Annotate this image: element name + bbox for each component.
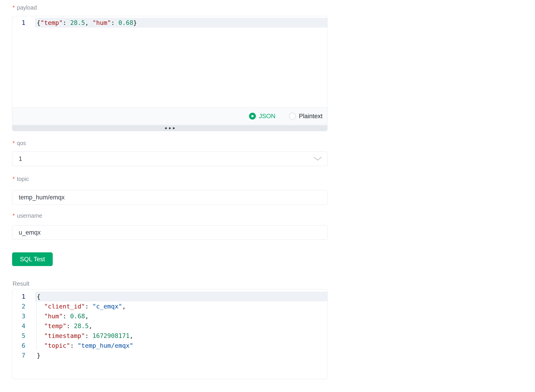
code-token-num: 28.5 (70, 19, 85, 26)
code-token-num: 28.5 (74, 322, 89, 330)
code-line-row: 2 "client_id": "c_emqx", (12, 301, 327, 311)
line-number: 4 (12, 321, 35, 331)
radio-unselected-icon[interactable] (289, 113, 296, 120)
code-token-punc: : (63, 19, 70, 26)
qos-label-text: qos (17, 140, 26, 146)
code-token-key: "temp" (44, 322, 67, 330)
resize-dot-icon (165, 127, 167, 129)
username-field-label: *username (13, 212, 42, 219)
required-asterisk: * (13, 140, 15, 146)
code-token-punc: , (89, 322, 92, 330)
code-line-row: 1{"temp": 28.5, "hum": 0.68} (12, 18, 327, 28)
code-token-punc (37, 332, 44, 339)
line-number: 1 (12, 18, 35, 28)
payload-format-toolbar: JSON Plaintext (12, 107, 327, 125)
code-line: {"temp": 28.5, "hum": 0.68} (35, 18, 327, 28)
code-line: "hum": 0.68, (35, 311, 327, 321)
sql-test-button[interactable]: SQL Test (12, 252, 53, 266)
code-token-punc (37, 303, 44, 310)
result-code-viewer[interactable]: 1{2 "client_id": "c_emqx",3 "hum": 0.68,… (12, 289, 328, 379)
code-line: } (35, 350, 327, 360)
code-token-punc (37, 322, 44, 330)
code-token-num: 0.68 (70, 313, 85, 320)
code-token-punc: : (85, 303, 92, 310)
code-token-punc: : (63, 313, 70, 320)
code-token-punc: , (122, 303, 126, 310)
code-token-key: "client_id" (44, 303, 85, 310)
username-label-text: username (17, 212, 42, 219)
line-number: 1 (12, 292, 35, 301)
required-asterisk: * (13, 176, 15, 182)
code-line: "topic": "temp_hum/emqx" (35, 341, 327, 350)
line-number: 3 (12, 311, 35, 321)
required-asterisk: * (13, 4, 15, 11)
code-token-key: "topic" (44, 342, 70, 349)
username-input[interactable] (12, 225, 328, 240)
code-token-punc: : (66, 322, 74, 330)
format-radio-json-label[interactable]: JSON (259, 113, 275, 120)
line-number: 2 (12, 301, 35, 311)
code-line: "timestamp": 1672908171, (35, 331, 327, 341)
code-token-punc: , (129, 332, 133, 339)
line-number: 7 (12, 350, 35, 360)
code-token-str: "temp_hum/emqx" (78, 342, 133, 349)
result-viewer-lines: 1{2 "client_id": "c_emqx",3 "hum": 0.68,… (12, 292, 327, 360)
code-token-num: 0.68 (118, 19, 133, 26)
code-line: "temp": 28.5, (35, 321, 327, 331)
code-line-row: 5 "timestamp": 1672908171, (12, 331, 327, 341)
qos-select[interactable]: 1 (12, 151, 328, 166)
code-line-row: 4 "temp": 28.5, (12, 321, 327, 331)
editor-resize-handle[interactable] (12, 125, 328, 131)
qos-field-label: *qos (13, 140, 26, 146)
format-radio-plaintext[interactable]: Plaintext (289, 113, 323, 120)
code-token-punc: } (133, 19, 137, 26)
line-number: 5 (12, 331, 35, 341)
required-asterisk: * (13, 212, 15, 219)
code-token-key: "hum" (44, 313, 63, 320)
code-token-key: "temp" (40, 19, 63, 26)
code-token-punc (37, 313, 44, 320)
resize-dot-icon (169, 127, 171, 129)
code-line-row: 6 "topic": "temp_hum/emqx" (12, 341, 327, 350)
topic-input[interactable] (12, 190, 328, 205)
code-line-row: 1{ (12, 292, 327, 301)
chevron-down-icon (314, 157, 322, 161)
code-token-punc (37, 342, 44, 349)
topic-label-text: topic (17, 176, 29, 182)
result-section-label: Result (13, 280, 29, 287)
format-radio-json[interactable]: JSON (249, 113, 275, 120)
payload-field-label: *payload (13, 4, 37, 11)
code-token-punc: { (37, 19, 40, 26)
code-token-punc: : (85, 332, 92, 339)
payload-label-text: payload (17, 4, 37, 11)
code-token-punc: { (37, 293, 40, 300)
payload-code-editor[interactable]: 1{"temp": 28.5, "hum": 0.68} JSON Plaint… (12, 16, 328, 125)
format-radio-plaintext-label[interactable]: Plaintext (299, 113, 323, 120)
code-token-key: "timestamp" (44, 332, 85, 339)
line-number: 6 (12, 341, 35, 350)
code-line-row: 7} (12, 350, 327, 360)
code-token-punc: , (85, 19, 92, 26)
code-token-punc: , (85, 313, 89, 320)
topic-field-label: *topic (13, 175, 29, 182)
code-token-punc: : (70, 342, 78, 349)
code-token-key: "hum" (92, 19, 111, 26)
code-token-punc: : (111, 19, 118, 26)
code-line-row: 3 "hum": 0.68, (12, 311, 327, 321)
code-token-num: 1672908171 (92, 332, 130, 339)
code-token-str: "c_emqx" (92, 303, 122, 310)
code-line: { (35, 292, 327, 301)
resize-dot-icon (173, 127, 175, 129)
qos-select-value: 1 (19, 155, 22, 163)
code-token-punc: } (37, 352, 40, 359)
radio-selected-icon[interactable] (249, 113, 256, 120)
payload-editor-lines[interactable]: 1{"temp": 28.5, "hum": 0.68} (12, 16, 327, 107)
code-line: "client_id": "c_emqx", (35, 301, 327, 311)
